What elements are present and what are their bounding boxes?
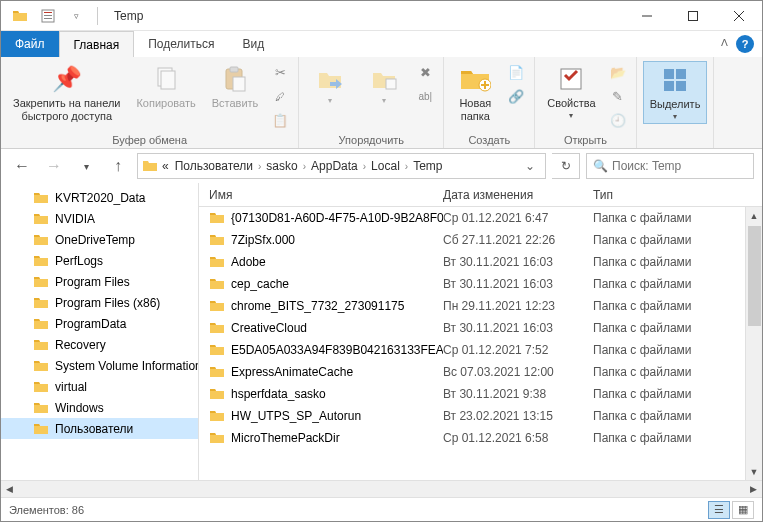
back-button[interactable]: ← bbox=[9, 153, 35, 179]
column-headers: Имя Дата изменения Тип bbox=[199, 183, 762, 207]
tree-item[interactable]: Program Files bbox=[1, 271, 198, 292]
paste-button[interactable]: Вставить bbox=[206, 61, 265, 112]
close-button[interactable] bbox=[716, 1, 762, 31]
copy-to-button[interactable]: ▾ bbox=[359, 61, 409, 107]
list-item[interactable]: HW_UTPS_SP_AutorunВт 23.02.2021 13:15Пап… bbox=[199, 405, 762, 427]
rename-button[interactable]: ab| bbox=[413, 85, 437, 107]
list-item[interactable]: chrome_BITS_7732_273091175Пн 29.11.2021 … bbox=[199, 295, 762, 317]
list-item[interactable]: CreativeCloudВт 30.11.2021 16:03Папка с … bbox=[199, 317, 762, 339]
breadcrumb-sasko[interactable]: sasko bbox=[264, 159, 299, 173]
properties-button[interactable]: Свойства▾ bbox=[541, 61, 601, 122]
column-type[interactable]: Тип bbox=[593, 188, 762, 202]
horizontal-scrollbar[interactable]: ◀ ▶ bbox=[1, 480, 762, 497]
edit-button[interactable]: ✎ bbox=[606, 85, 630, 107]
search-input[interactable] bbox=[612, 159, 747, 173]
item-type: Папка с файлами bbox=[593, 409, 762, 423]
scroll-left-icon[interactable]: ◀ bbox=[1, 481, 18, 498]
breadcrumb-users[interactable]: Пользователи bbox=[173, 159, 255, 173]
pin-quick-access-button[interactable]: 📌 Закрепить на панели быстрого доступа bbox=[7, 61, 126, 124]
details-view-button[interactable]: ☰ bbox=[708, 501, 730, 519]
folder-tree[interactable]: KVRT2020_DataNVIDIAOneDriveTempPerfLogsP… bbox=[1, 183, 199, 480]
thumbnails-view-button[interactable]: ▦ bbox=[732, 501, 754, 519]
folder-icon bbox=[209, 342, 225, 358]
move-to-icon bbox=[314, 63, 346, 95]
history-button[interactable]: 🕘 bbox=[606, 109, 630, 131]
file-list[interactable]: {07130D81-A60D-4F75-A10D-9B2A8F00D...Ср … bbox=[199, 207, 762, 480]
list-item[interactable]: MicroThemePackDirСр 01.12.2021 6:58Папка… bbox=[199, 427, 762, 449]
vertical-scrollbar[interactable]: ▲ ▼ bbox=[745, 207, 762, 480]
tab-view[interactable]: Вид bbox=[228, 31, 278, 57]
minimize-button[interactable] bbox=[624, 1, 670, 31]
tree-item[interactable]: OneDriveTemp bbox=[1, 229, 198, 250]
tree-item[interactable]: Program Files (x86) bbox=[1, 292, 198, 313]
list-item[interactable]: E5DA05A033A94F839B042163133FEAB1Ср 01.12… bbox=[199, 339, 762, 361]
scroll-right-icon[interactable]: ▶ bbox=[745, 481, 762, 498]
list-item[interactable]: hsperfdata_saskoВт 30.11.2021 9:38Папка … bbox=[199, 383, 762, 405]
column-date[interactable]: Дата изменения bbox=[443, 188, 593, 202]
new-item-button[interactable]: 📄 bbox=[504, 61, 528, 83]
tree-item[interactable]: Windows bbox=[1, 397, 198, 418]
tree-item-label: virtual bbox=[55, 380, 87, 394]
folder-icon bbox=[33, 274, 49, 290]
tree-item[interactable]: Recovery bbox=[1, 334, 198, 355]
breadcrumb-local[interactable]: Local bbox=[369, 159, 402, 173]
breadcrumb-temp[interactable]: Temp bbox=[411, 159, 444, 173]
folder-icon bbox=[33, 295, 49, 311]
search-box[interactable]: 🔍 bbox=[586, 153, 754, 179]
list-item[interactable]: AdobeВт 30.11.2021 16:03Папка с файлами bbox=[199, 251, 762, 273]
qat-dropdown-icon[interactable]: ▿ bbox=[65, 5, 87, 27]
item-date: Вт 30.11.2021 16:03 bbox=[443, 277, 593, 291]
tree-item[interactable]: NVIDIA bbox=[1, 208, 198, 229]
select-all-button[interactable]: Выделить▾ bbox=[643, 61, 708, 124]
delete-button[interactable]: ✖ bbox=[413, 61, 437, 83]
ribbon: 📌 Закрепить на панели быстрого доступа К… bbox=[1, 57, 762, 149]
item-date: Вт 30.11.2021 9:38 bbox=[443, 387, 593, 401]
folder-icon bbox=[33, 421, 49, 437]
item-date: Ср 01.12.2021 6:58 bbox=[443, 431, 593, 445]
breadcrumb-appdata[interactable]: AppData bbox=[309, 159, 360, 173]
list-item[interactable]: {07130D81-A60D-4F75-A10D-9B2A8F00D...Ср … bbox=[199, 207, 762, 229]
scroll-up-icon[interactable]: ▲ bbox=[746, 207, 762, 224]
tab-share[interactable]: Поделиться bbox=[134, 31, 228, 57]
scroll-down-icon[interactable]: ▼ bbox=[746, 463, 762, 480]
folder-icon bbox=[209, 430, 225, 446]
maximize-button[interactable] bbox=[670, 1, 716, 31]
folder-icon bbox=[33, 337, 49, 353]
paste-shortcut-button[interactable]: 📋 bbox=[268, 109, 292, 131]
move-to-button[interactable]: ▾ bbox=[305, 61, 355, 107]
tab-file[interactable]: Файл bbox=[1, 31, 59, 57]
collapse-ribbon-icon[interactable]: ᐱ bbox=[721, 37, 728, 48]
list-item[interactable]: 7ZipSfx.000Сб 27.11.2021 22:26Папка с фа… bbox=[199, 229, 762, 251]
cut-button[interactable]: ✂ bbox=[268, 61, 292, 83]
qat-properties-icon[interactable] bbox=[37, 5, 59, 27]
address-folder-icon bbox=[142, 158, 158, 174]
tab-home[interactable]: Главная bbox=[59, 31, 135, 57]
up-button[interactable]: ↑ bbox=[105, 153, 131, 179]
easy-access-button[interactable]: 🔗 bbox=[504, 85, 528, 107]
copy-button[interactable]: Копировать bbox=[130, 61, 201, 112]
tree-item[interactable]: System Volume Information bbox=[1, 355, 198, 376]
list-item[interactable]: cep_cacheВт 30.11.2021 16:03Папка с файл… bbox=[199, 273, 762, 295]
folder-icon bbox=[209, 320, 225, 336]
scroll-thumb[interactable] bbox=[748, 226, 761, 326]
svg-rect-17 bbox=[676, 69, 686, 79]
tree-item[interactable]: ProgramData bbox=[1, 313, 198, 334]
tree-item[interactable]: PerfLogs bbox=[1, 250, 198, 271]
help-icon[interactable]: ? bbox=[736, 35, 754, 53]
tree-item[interactable]: Пользователи bbox=[1, 418, 198, 439]
column-name[interactable]: Имя bbox=[199, 188, 443, 202]
tree-item[interactable]: virtual bbox=[1, 376, 198, 397]
open-button[interactable]: 📂 bbox=[606, 61, 630, 83]
breadcrumb-overflow[interactable]: « bbox=[160, 159, 171, 173]
new-folder-button[interactable]: Новая папка bbox=[450, 61, 500, 124]
copy-path-button[interactable]: 🖊 bbox=[268, 85, 292, 107]
recent-locations-button[interactable]: ▾ bbox=[73, 153, 99, 179]
folder-app-icon[interactable] bbox=[9, 5, 31, 27]
tree-item[interactable]: KVRT2020_Data bbox=[1, 187, 198, 208]
forward-button[interactable]: → bbox=[41, 153, 67, 179]
refresh-button[interactable]: ↻ bbox=[552, 153, 580, 179]
svg-rect-2 bbox=[44, 15, 52, 16]
address-dropdown-icon[interactable]: ⌄ bbox=[519, 159, 541, 173]
list-item[interactable]: ExpressAnimateCacheВс 07.03.2021 12:00Па… bbox=[199, 361, 762, 383]
address-bar[interactable]: « Пользователи› sasko› AppData› Local› T… bbox=[137, 153, 546, 179]
